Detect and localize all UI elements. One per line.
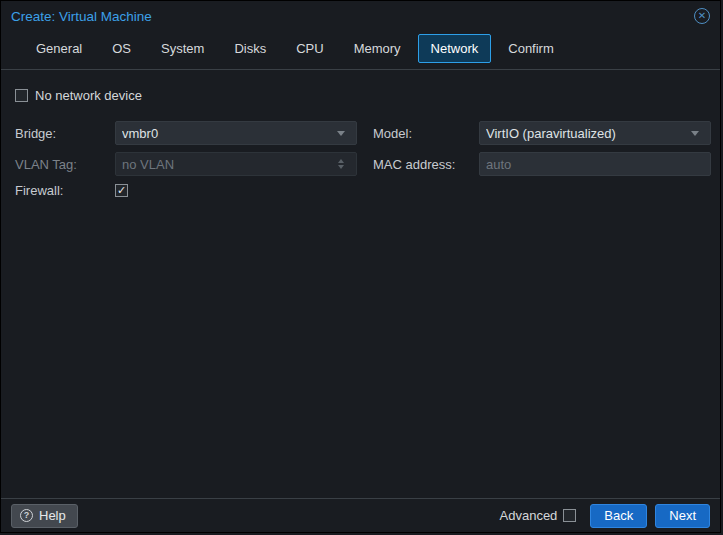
dialog-titlebar: Create: Virtual Machine ✕ bbox=[1, 1, 720, 28]
no-network-device-checkbox[interactable] bbox=[15, 89, 28, 102]
model-label: Model: bbox=[373, 126, 479, 141]
bridge-combobox[interactable]: vmbr0 bbox=[115, 121, 357, 145]
no-network-device-label: No network device bbox=[35, 88, 142, 103]
advanced-toggle: Advanced bbox=[500, 508, 577, 523]
question-circle-icon: ? bbox=[20, 509, 33, 522]
model-value: VirtIO (paravirtualized) bbox=[486, 126, 686, 141]
mac-address-label: MAC address: bbox=[373, 157, 479, 172]
tab-confirm[interactable]: Confirm bbox=[495, 34, 567, 63]
dialog-title: Create: Virtual Machine bbox=[11, 9, 152, 24]
up-down-spinner-icon bbox=[332, 159, 350, 169]
chevron-down-icon[interactable] bbox=[332, 131, 350, 136]
firewall-checkbox[interactable]: ✓ bbox=[115, 184, 128, 197]
firewall-label: Firewall: bbox=[15, 183, 115, 198]
next-button[interactable]: Next bbox=[655, 504, 710, 528]
tab-memory[interactable]: Memory bbox=[341, 34, 414, 63]
close-icon[interactable]: ✕ bbox=[694, 8, 710, 24]
help-button-label: Help bbox=[39, 508, 66, 523]
tab-disks[interactable]: Disks bbox=[221, 34, 279, 63]
vlan-tag-label: VLAN Tag: bbox=[15, 157, 115, 172]
advanced-label: Advanced bbox=[500, 508, 558, 523]
tab-network[interactable]: Network bbox=[418, 34, 492, 63]
network-form: No network device Bridge: vmbr0 Model: V… bbox=[1, 70, 720, 498]
wizard-tabbar: General OS System Disks CPU Memory Netwo… bbox=[1, 28, 720, 63]
close-glyph: ✕ bbox=[698, 11, 706, 21]
vlan-tag-spinner: no VLAN bbox=[115, 152, 357, 176]
vlan-tag-placeholder: no VLAN bbox=[122, 157, 332, 172]
checkmark-icon: ✓ bbox=[117, 185, 126, 196]
tab-os[interactable]: OS bbox=[99, 34, 144, 63]
tab-system[interactable]: System bbox=[148, 34, 217, 63]
no-network-device-row: No network device bbox=[15, 88, 706, 103]
mac-address-placeholder: auto bbox=[486, 157, 704, 172]
chevron-down-icon[interactable] bbox=[686, 131, 704, 136]
advanced-checkbox[interactable] bbox=[563, 509, 576, 522]
dialog-footer: ? Help Advanced Back Next bbox=[1, 498, 720, 532]
tab-general[interactable]: General bbox=[23, 34, 95, 63]
help-button[interactable]: ? Help bbox=[11, 504, 78, 528]
create-vm-dialog: Create: Virtual Machine ✕ General OS Sys… bbox=[0, 0, 721, 533]
bridge-value: vmbr0 bbox=[122, 126, 332, 141]
model-combobox[interactable]: VirtIO (paravirtualized) bbox=[479, 121, 711, 145]
mac-address-input[interactable]: auto bbox=[479, 152, 711, 176]
back-button[interactable]: Back bbox=[590, 504, 647, 528]
bridge-label: Bridge: bbox=[15, 126, 115, 141]
tab-cpu[interactable]: CPU bbox=[283, 34, 336, 63]
network-fields-grid: Bridge: vmbr0 Model: VirtIO (paravirtual… bbox=[15, 121, 706, 198]
